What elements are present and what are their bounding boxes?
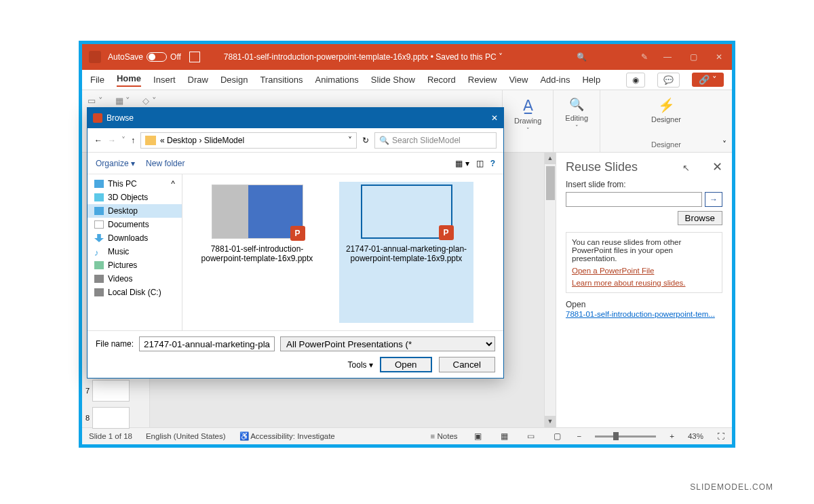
search-icon[interactable]: 🔍 [577, 52, 587, 62]
zoom-slider[interactable] [595, 435, 656, 438]
tab-design[interactable]: Design [220, 75, 248, 85]
tab-record[interactable]: Record [427, 75, 456, 85]
refresh-icon[interactable]: ↻ [362, 136, 369, 145]
ribbon-collapse-icon[interactable]: ˅ [722, 140, 726, 149]
tab-view[interactable]: View [509, 75, 528, 85]
shapes-dropdown-icon[interactable]: ▭ ˅ [88, 96, 103, 106]
open-button[interactable]: Open [380, 357, 432, 372]
dialog-close-icon[interactable]: ✕ [491, 113, 498, 123]
view-dropdown-icon[interactable]: ▦ ▾ [455, 159, 469, 168]
file-type-filter[interactable]: All PowerPoint Presentations (* [280, 336, 495, 351]
thumbnail-8[interactable]: 8 [85, 407, 146, 429]
browse-button[interactable]: Browse [678, 211, 722, 225]
toggle-switch[interactable] [147, 52, 167, 62]
tree-music[interactable]: ♪Music [88, 245, 182, 258]
scroll-thumb[interactable] [546, 166, 555, 200]
zoom-in-icon[interactable]: + [670, 432, 674, 440]
file-list[interactable]: P 7881-01-self-introduction-powerpoint-t… [182, 174, 503, 330]
insert-from-label: Insert slide from: [566, 180, 722, 189]
organize-dropdown[interactable]: Organize ▾ [96, 159, 135, 168]
panel-close-icon[interactable]: ✕ [712, 160, 722, 174]
tab-insert[interactable]: Insert [153, 75, 176, 85]
insert-from-input[interactable] [566, 192, 702, 207]
tree-local-disk[interactable]: Local Disk (C:) [88, 286, 182, 299]
cancel-button[interactable]: Cancel [439, 357, 496, 372]
tab-animations[interactable]: Animations [315, 75, 359, 85]
preview-pane-icon[interactable]: ◫ [476, 159, 484, 168]
language-status[interactable]: English (United States) [146, 432, 226, 440]
maximize-button[interactable]: ▢ [687, 52, 699, 62]
back-icon[interactable]: ← [94, 136, 102, 145]
open-section-label: Open [566, 300, 722, 309]
tools-dropdown[interactable]: Tools ▾ [348, 360, 373, 370]
tab-draw[interactable]: Draw [188, 75, 208, 85]
tab-addins[interactable]: Add-ins [540, 75, 570, 85]
zoom-level[interactable]: 43% [688, 432, 703, 440]
chevron-down-icon: ˅ [526, 127, 530, 134]
dialog-footer: File name: All PowerPoint Presentations … [88, 330, 503, 378]
open-powerpoint-file-link[interactable]: Open a PowerPoint File [572, 267, 716, 275]
slideshow-view-icon[interactable]: ▢ [551, 431, 564, 441]
learn-more-link[interactable]: Learn more about reusing slides. [572, 279, 716, 287]
save-icon[interactable] [189, 52, 200, 62]
help-icon[interactable]: ? [490, 159, 495, 168]
tab-transitions[interactable]: Transitions [260, 75, 303, 85]
drawing-button[interactable]: A̲ Drawing ˅ [511, 94, 545, 137]
ribbon-group-editing: 🔍 Editing ˅ [554, 90, 600, 152]
fit-to-window-icon[interactable]: ⛶ [717, 432, 725, 440]
tab-file[interactable]: File [90, 75, 104, 85]
folder-tree[interactable]: This PC^ 3D Objects Desktop Documents Do… [88, 174, 182, 330]
browse-dialog: Browse ✕ ← → ˅ ↑ « Desktop › SlideModel … [87, 107, 504, 379]
designer-button[interactable]: ⚡ Designer [608, 94, 724, 127]
arrange-dropdown-icon[interactable]: ▦ ˅ [115, 96, 131, 106]
tree-documents[interactable]: Documents [88, 218, 182, 231]
file-item-1[interactable]: P 7881-01-self-introduction-powerpoint-t… [193, 185, 322, 320]
close-button[interactable]: ✕ [713, 52, 725, 62]
comments-button[interactable]: 💬 [657, 73, 680, 88]
slide-counter: Slide 1 of 18 [89, 432, 132, 440]
tree-3d-objects[interactable]: 3D Objects [88, 191, 182, 204]
tab-home[interactable]: Home [117, 73, 141, 87]
autosave-toggle[interactable]: AutoSave Off [108, 52, 181, 62]
search-icon: 🔍 [569, 97, 584, 112]
pen-icon[interactable]: ✎ [641, 52, 648, 62]
tree-videos[interactable]: Videos [88, 272, 182, 286]
notes-toggle[interactable]: ≡ Notes [431, 432, 458, 440]
ribbon-group-drawing: A̲ Drawing ˅ [503, 90, 554, 152]
styles-dropdown-icon[interactable]: ◇ ˅ [142, 96, 157, 106]
zoom-out-icon[interactable]: − [577, 432, 582, 440]
reading-view-icon[interactable]: ▭ [524, 431, 537, 441]
thumbnail-7[interactable]: 7 [85, 380, 146, 402]
tab-slideshow[interactable]: Slide Show [371, 75, 415, 85]
menu-bar: File Home Insert Draw Design Transitions… [82, 70, 732, 90]
camera-button[interactable]: ◉ [626, 73, 645, 88]
address-bar[interactable]: « Desktop › SlideModel ˅ [140, 132, 357, 149]
new-folder-button[interactable]: New folder [146, 159, 185, 168]
tree-this-pc[interactable]: This PC^ [88, 177, 182, 191]
accessibility-status[interactable]: ♿ Accessibility: Investigate [239, 431, 335, 441]
open-recent-file-link[interactable]: 7881-01-self-introduction-powerpoint-tem… [566, 310, 715, 318]
share-button[interactable]: 🔗 ˅ [692, 73, 724, 87]
go-arrow-button[interactable]: → [705, 192, 722, 207]
lightning-icon: ⚡ [658, 97, 675, 113]
up-icon[interactable]: ↑ [131, 136, 135, 145]
tree-desktop[interactable]: Desktop [88, 204, 182, 218]
tab-review[interactable]: Review [468, 75, 497, 85]
tree-pictures[interactable]: Pictures [88, 258, 182, 272]
search-field[interactable]: 🔍 Search SlideModel [374, 132, 497, 149]
tree-downloads[interactable]: Downloads [88, 231, 182, 245]
editing-button[interactable]: 🔍 Editing ˅ [562, 94, 592, 134]
file-thumbnail: P [361, 185, 452, 239]
forward-icon[interactable]: → [108, 136, 116, 145]
tab-help[interactable]: Help [582, 75, 600, 85]
scroll-down-icon[interactable]: ▼ [545, 416, 556, 427]
minimize-button[interactable]: — [661, 52, 674, 62]
file-item-2[interactable]: P 21747-01-annual-marketing-plan-powerpo… [339, 182, 473, 323]
sorter-view-icon[interactable]: ▦ [498, 431, 511, 441]
folder-icon [145, 136, 156, 145]
recent-dropdown-icon[interactable]: ˅ [121, 136, 125, 145]
scroll-up-icon[interactable]: ▲ [545, 153, 556, 164]
normal-view-icon[interactable]: ▣ [471, 431, 484, 441]
canvas-scrollbar[interactable]: ▲ ▼ [544, 153, 556, 427]
filename-input[interactable] [139, 336, 275, 351]
